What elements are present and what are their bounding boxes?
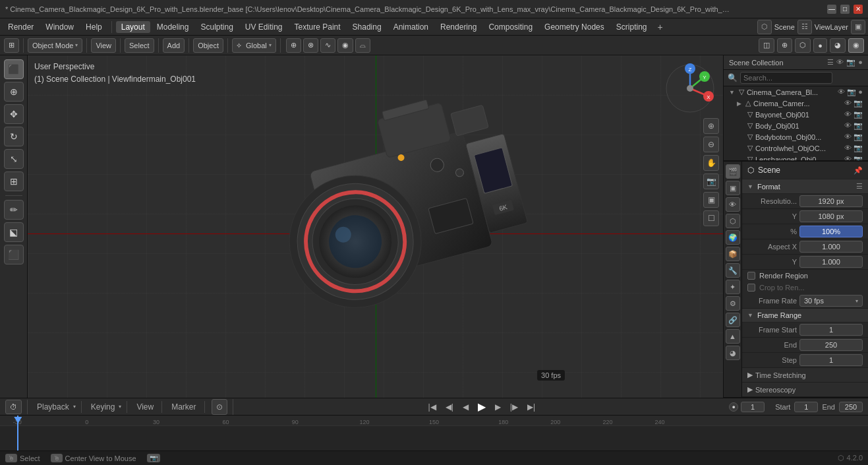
aspect-y-value[interactable]: 1.000 — [799, 256, 863, 268]
select-menu[interactable]: Select — [125, 38, 154, 53]
outliner-item-4[interactable]: ▽ Controlwhel_ObjOC... 👁 📷 — [732, 142, 868, 154]
outliner-item-collection[interactable]: ▼ ▽ Cinema_Camera_Bl... 👁 📷 ● — [724, 86, 868, 98]
render-btn[interactable]: ▣ — [703, 192, 719, 208]
measure-tool[interactable]: ⬕ — [4, 222, 24, 242]
outliner-item-1[interactable]: ▽ Bayonet_Obj001 👁 📷 — [732, 109, 868, 120]
menu-window[interactable]: Window — [40, 21, 79, 33]
outliner-item-0[interactable]: ▶ △ Cinema_Camer... 👁 📷 — [732, 98, 868, 109]
viewport[interactable]: 6K User Perspective (1) Scene Collection… — [28, 55, 723, 398]
gizmo-btn[interactable]: ⊕ — [777, 38, 792, 53]
next-keyframe-btn[interactable]: |▶ — [507, 401, 521, 413]
resolution-x-value[interactable]: 1920 px — [799, 195, 863, 207]
crop-checkbox[interactable] — [747, 284, 755, 292]
stereoscopy-header[interactable]: ▶ Stereoscopy — [742, 383, 868, 397]
cursor-tool[interactable]: ⊕ — [4, 82, 24, 102]
camera-icon[interactable]: 📷 — [847, 88, 856, 96]
tab-particles[interactable]: ✦ — [726, 280, 740, 294]
tab-physics[interactable]: ⚙ — [726, 296, 740, 311]
eye-icon[interactable]: 👁 — [844, 144, 852, 152]
step-value[interactable]: 1 — [799, 354, 863, 366]
close-button[interactable]: ✕ — [854, 5, 863, 14]
tab-render[interactable]: 🎬 — [726, 164, 740, 179]
cam-icon[interactable]: 📷 — [854, 121, 863, 130]
cam-icon[interactable]: 📷 — [854, 110, 863, 119]
render-icon[interactable]: ● — [858, 88, 863, 96]
select-tool[interactable]: ⬛ — [4, 59, 24, 79]
eye-icon[interactable]: 👁 — [844, 99, 852, 108]
keying-dropdown[interactable]: Keying — [88, 401, 118, 413]
object-mode-dropdown[interactable]: Object Mode ▾ — [28, 38, 82, 53]
move-tool[interactable]: ✥ — [4, 104, 24, 124]
add-cube-tool[interactable]: ⬛ — [4, 245, 24, 264]
circle-btn[interactable]: ◉ — [337, 38, 353, 53]
add-menu[interactable]: Add — [163, 38, 185, 53]
eye-icon[interactable]: 👁 — [838, 88, 845, 96]
format-section-header[interactable]: ▼ Format ☰ — [742, 179, 868, 194]
menu-modeling[interactable]: Modeling — [152, 21, 194, 33]
filter-icon-btn[interactable]: ⊙ — [212, 399, 227, 415]
cam-icon[interactable]: 📷 — [854, 133, 863, 141]
add-workspace-button[interactable]: + — [653, 20, 666, 34]
tab-scene[interactable]: ⬡ — [726, 214, 740, 228]
icon-grid-btn[interactable]: ⊞ — [4, 38, 19, 53]
menu-shading[interactable]: Shading — [347, 21, 387, 33]
wire-shading[interactable]: ⬡ — [795, 38, 811, 53]
outliner-search-input[interactable] — [740, 72, 832, 84]
render-region-checkbox[interactable] — [747, 272, 755, 280]
annotate-tool[interactable]: ✏ — [4, 200, 24, 220]
time-stretching-header[interactable]: ▶ Time Stretching — [742, 368, 868, 383]
proportional-btn[interactable]: ⊗ — [303, 38, 318, 53]
format-menu-icon[interactable]: ☰ — [856, 182, 863, 191]
frame-start-value[interactable]: 1 — [799, 324, 863, 336]
xray-btn[interactable]: ☐ — [703, 210, 719, 226]
menu-scripting[interactable]: Scripting — [611, 21, 652, 33]
menu-rendering[interactable]: Rendering — [435, 21, 482, 33]
jump-end-btn[interactable]: ▶| — [525, 401, 538, 413]
menu-geometry-nodes[interactable]: Geometry Nodes — [539, 21, 610, 33]
tab-output[interactable]: ▣ — [726, 181, 740, 195]
transform-dropdown[interactable]: ⟡ Global ▾ — [232, 38, 276, 53]
menu-compositing[interactable]: Compositing — [483, 21, 538, 33]
tab-modifiers[interactable]: 🔧 — [726, 263, 740, 278]
outliner-filter-icon[interactable]: ☰ — [827, 58, 834, 67]
aspect-x-value[interactable]: 1.000 — [799, 241, 863, 253]
outliner-eye-icon[interactable]: 👁 — [836, 58, 844, 67]
resolution-y-value[interactable]: 1080 px — [799, 210, 863, 222]
overlay-btn[interactable]: ◫ — [759, 38, 774, 53]
cam-icon[interactable]: 📷 — [854, 144, 863, 152]
tab-view[interactable]: 👁 — [726, 197, 740, 212]
tab-world[interactable]: 🌍 — [726, 230, 740, 245]
next-frame-btn[interactable]: ▶ — [492, 401, 504, 413]
minimize-button[interactable]: — — [827, 5, 836, 14]
tab-data[interactable]: ▲ — [726, 329, 740, 344]
pan-btn[interactable]: ✋ — [703, 155, 719, 171]
pin-icon[interactable]: 📌 — [854, 166, 863, 175]
menu-render[interactable]: Render — [3, 21, 39, 33]
menu-texture-paint[interactable]: Texture Paint — [289, 21, 346, 33]
timeline-icon-btn[interactable]: ⏱ — [5, 400, 22, 414]
eye-icon[interactable]: 👁 — [844, 133, 852, 141]
zoom-out-btn[interactable]: ⊖ — [703, 137, 719, 152]
end-value[interactable]: 250 — [799, 339, 863, 351]
marker-menu[interactable]: Marker — [169, 401, 198, 413]
snap-btn[interactable]: ⊕ — [286, 38, 301, 53]
extra-btn[interactable]: ⌓ — [355, 38, 370, 53]
scene-icon[interactable]: ⬡ — [757, 20, 772, 34]
rendered-shading[interactable]: ◉ — [848, 38, 864, 53]
outliner-item-3[interactable]: ▽ Bodybotom_Obj00... 👁 📷 — [732, 131, 868, 142]
view-menu[interactable]: View — [134, 401, 156, 413]
cam-icon[interactable]: 📷 — [854, 155, 863, 161]
menu-sculpting[interactable]: Sculpting — [195, 21, 238, 33]
transform-tool[interactable]: ⊞ — [4, 171, 24, 191]
material-shading[interactable]: ◕ — [830, 38, 846, 53]
eye-icon[interactable]: 👁 — [844, 110, 852, 119]
output-icon[interactable]: ▣ — [851, 20, 865, 34]
outliner-item-2[interactable]: ▽ Body_Obj001 👁 📷 — [732, 120, 868, 131]
outliner-item-5[interactable]: ▽ Lensbayonet_Obj0... 👁 📷 — [732, 154, 868, 161]
solid-shading[interactable]: ● — [813, 38, 827, 53]
frame-range-header[interactable]: ▼ Frame Range — [742, 309, 868, 323]
wave-btn[interactable]: ∿ — [320, 38, 335, 53]
scale-tool[interactable]: ⤡ — [4, 149, 24, 169]
cam-icon[interactable]: 📷 — [854, 99, 863, 108]
navigation-gizmo[interactable]: Z X Y — [664, 62, 716, 115]
